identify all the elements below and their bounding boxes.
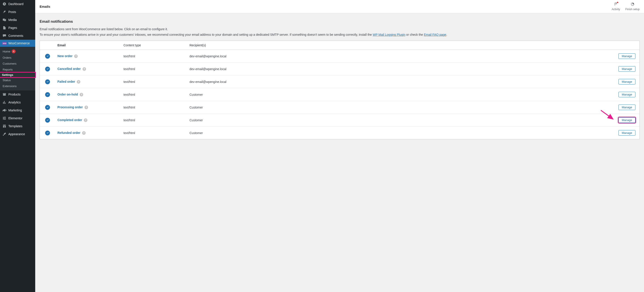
email-link[interactable]: Refunded order <box>58 131 80 134</box>
email-link[interactable]: New order <box>58 54 72 58</box>
help-tip-icon[interactable]: ? <box>84 106 88 109</box>
submenu-item-customers[interactable]: Customers <box>0 61 35 67</box>
wp-mail-logging-link[interactable]: WP Mail Logging Plugin <box>372 33 405 36</box>
sidebar-item-label: Elementor <box>8 116 22 120</box>
svg-rect-0 <box>3 117 4 120</box>
status-cell[interactable] <box>40 127 55 139</box>
sidebar-item-posts[interactable]: Posts <box>0 8 35 16</box>
svg-rect-3 <box>4 119 6 120</box>
manage-button[interactable]: Manage <box>618 130 636 136</box>
active-arrow-icon <box>35 42 37 45</box>
sidebar-item-elementor[interactable]: Elementor <box>0 114 35 122</box>
sidebar-item-label: WooCommerce <box>8 42 30 45</box>
archive-icon <box>2 92 6 97</box>
column-header-actions <box>608 43 640 48</box>
progress-icon <box>630 2 634 7</box>
sidebar-item-woocommerce[interactable]: woo WooCommerce <box>0 40 35 47</box>
sidebar-item-pages[interactable]: Pages <box>0 24 35 32</box>
manage-cell: Manage <box>608 127 640 139</box>
email-link[interactable]: Cancelled order <box>58 67 81 71</box>
table-row: Refunded order?text/htmlCustomerManage <box>40 126 640 139</box>
help-tip-icon[interactable]: ? <box>82 131 86 135</box>
admin-sidebar: Dashboard Posts Media Pages Comments woo… <box>0 0 35 292</box>
manage-button[interactable]: Manage <box>618 53 636 59</box>
help-tip-icon[interactable]: ? <box>82 67 86 71</box>
sidebar-item-templates[interactable]: Templates <box>0 122 35 130</box>
help-tip-icon[interactable]: ? <box>74 55 78 58</box>
manage-cell: Manage <box>608 88 640 101</box>
sidebar-item-label: Dashboard <box>8 2 24 6</box>
enabled-check-icon <box>45 118 50 123</box>
help-tip-icon[interactable]: ? <box>84 118 88 122</box>
media-icon <box>2 18 6 22</box>
sidebar-item-label: Posts <box>8 10 16 14</box>
recipient-cell: dev-email@wpengine.local <box>187 51 608 62</box>
table-body: New order?text/htmldev-email@wpengine.lo… <box>40 50 640 139</box>
submenu-item-extensions[interactable]: Extensions <box>0 83 35 89</box>
elementor-icon <box>2 116 6 120</box>
finish-setup-button[interactable]: Finish setup <box>625 2 640 11</box>
submenu-item-orders[interactable]: Orders <box>0 55 35 61</box>
column-header-email[interactable]: Email <box>55 41 121 50</box>
column-header-content-type[interactable]: Content type <box>121 41 187 50</box>
pin-icon <box>2 10 6 14</box>
status-cell[interactable] <box>40 63 55 75</box>
sidebar-item-appearance[interactable]: Appearance <box>0 130 35 138</box>
sidebar-item-comments[interactable]: Comments <box>0 32 35 40</box>
manage-button[interactable]: Manage <box>618 117 636 123</box>
sidebar-item-products[interactable]: Products <box>0 90 35 98</box>
enabled-check-icon <box>45 79 50 84</box>
manage-button[interactable]: Manage <box>618 66 636 72</box>
topbar: Emails Activity Finish setup <box>35 0 644 13</box>
email-link[interactable]: Completed order <box>58 118 82 122</box>
sidebar-item-label: Templates <box>8 124 22 128</box>
email-link[interactable]: Order on-hold <box>58 93 78 96</box>
email-faq-link[interactable]: Email FAQ page <box>424 33 446 36</box>
submenu-item-status[interactable]: Status <box>0 77 35 83</box>
email-name-cell: Cancelled order? <box>55 64 121 74</box>
manage-button[interactable]: Manage <box>618 79 636 84</box>
manage-button[interactable]: Manage <box>618 92 636 97</box>
sidebar-item-label: Marketing <box>8 108 22 112</box>
column-header-status[interactable] <box>40 43 55 48</box>
help-text-fragment: or check the <box>406 33 424 36</box>
column-header-recipients[interactable]: Recipient(s) <box>187 41 608 50</box>
activity-button[interactable]: Activity <box>612 2 620 11</box>
help-text-fragment: To ensure your store's notifications arr… <box>40 33 372 36</box>
status-cell[interactable] <box>40 101 55 113</box>
submenu-item-reports[interactable]: Reports <box>0 67 35 73</box>
enabled-check-icon <box>45 67 50 71</box>
status-cell[interactable] <box>40 114 55 126</box>
help-tip-icon[interactable]: ? <box>80 93 83 96</box>
content-type-cell: text/html <box>121 115 187 125</box>
manage-cell: Manage <box>608 75 640 88</box>
enabled-check-icon <box>45 130 50 135</box>
content-type-cell: text/html <box>121 77 187 87</box>
submenu-item-settings[interactable]: Settings <box>0 72 36 78</box>
manage-button[interactable]: Manage <box>618 104 636 110</box>
help-tip-icon[interactable]: ? <box>77 80 80 84</box>
sidebar-item-marketing[interactable]: Marketing <box>0 106 35 114</box>
status-cell[interactable] <box>40 76 55 88</box>
content: Email notifications Email notifications … <box>35 13 644 144</box>
topbar-actions: Activity Finish setup <box>612 2 640 11</box>
status-cell[interactable] <box>40 89 55 101</box>
enabled-check-icon <box>45 105 50 110</box>
email-link[interactable]: Failed order <box>58 80 75 83</box>
status-cell[interactable] <box>40 50 55 62</box>
topbar-action-label: Finish setup <box>625 8 640 11</box>
email-table: Email Content type Recipient(s) New orde… <box>40 41 640 139</box>
enabled-check-icon <box>45 54 50 59</box>
email-name-cell: New order? <box>55 51 121 62</box>
recipient-cell: Customer <box>187 89 608 100</box>
comment-icon <box>2 34 6 38</box>
email-link[interactable]: Processing order <box>58 105 83 109</box>
sidebar-item-label: Appearance <box>8 132 25 136</box>
help-text-line1: Email notifications sent from WooCommerc… <box>40 27 640 32</box>
sidebar-item-analytics[interactable]: Analytics <box>0 98 35 106</box>
submenu-item-home[interactable]: Home 4 <box>0 48 35 55</box>
sidebar-item-media[interactable]: Media <box>0 16 35 24</box>
manage-cell: Manage <box>608 50 640 62</box>
submenu-item-label: Customers <box>3 62 16 65</box>
sidebar-item-dashboard[interactable]: Dashboard <box>0 0 35 8</box>
